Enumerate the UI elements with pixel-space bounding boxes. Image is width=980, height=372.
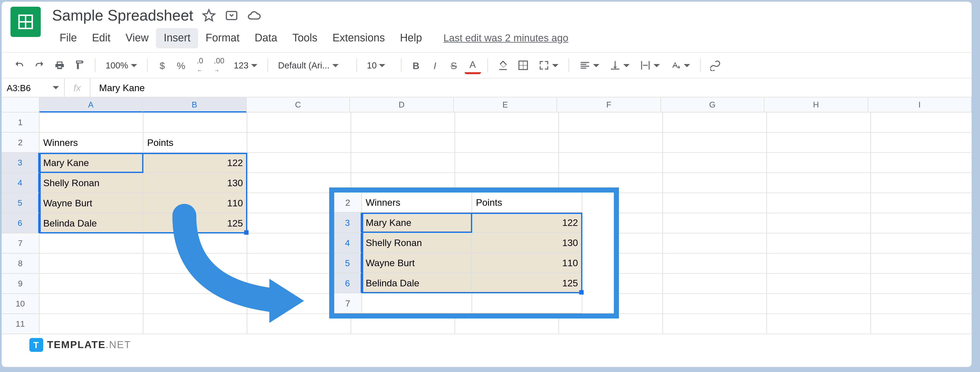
cell-b2[interactable]: Points bbox=[143, 133, 247, 153]
row-header-8[interactable]: 8 bbox=[2, 254, 40, 274]
print-button[interactable] bbox=[51, 56, 68, 74]
callout-cell-a3: Mary Kane bbox=[362, 213, 472, 233]
menu-help[interactable]: Help bbox=[392, 28, 430, 48]
callout-cell-a7 bbox=[362, 293, 472, 313]
name-box[interactable]: A3:B6 bbox=[2, 78, 65, 97]
italic-button[interactable]: I bbox=[427, 56, 443, 74]
row-header-5[interactable]: 5 bbox=[2, 193, 40, 213]
callout-cell-b6: 125 bbox=[472, 273, 582, 293]
menu-format[interactable]: Format bbox=[198, 28, 247, 48]
menu-extensions[interactable]: Extensions bbox=[325, 28, 393, 48]
row-header-1[interactable]: 1 bbox=[2, 113, 40, 133]
col-header-i[interactable]: I bbox=[868, 97, 972, 113]
header: Sample Spreadsheet File Edit View Insert… bbox=[2, 2, 972, 48]
svg-rect-4 bbox=[499, 69, 507, 70]
increase-decimal-button[interactable]: .00→ bbox=[210, 56, 228, 74]
menu-data[interactable]: Data bbox=[247, 28, 285, 48]
document-title[interactable]: Sample Spreadsheet bbox=[52, 7, 193, 24]
row-header-2[interactable]: 2 bbox=[2, 133, 40, 153]
font-size-dropdown[interactable]: 10 bbox=[363, 56, 395, 74]
col-header-e[interactable]: E bbox=[454, 97, 557, 113]
col-header-b[interactable]: B bbox=[143, 97, 247, 113]
cloud-icon[interactable] bbox=[247, 9, 261, 22]
sheets-logo[interactable] bbox=[11, 7, 41, 37]
callout-row-6: 6 bbox=[334, 273, 362, 293]
row-header-3[interactable]: 3 bbox=[2, 153, 40, 173]
row-headers: 1 2 3 4 5 6 7 8 9 10 11 bbox=[2, 113, 40, 334]
number-format-dropdown[interactable]: 123 bbox=[230, 56, 261, 74]
merge-cells-dropdown[interactable] bbox=[535, 56, 562, 74]
callout-cell-a4: Shelly Ronan bbox=[362, 233, 472, 253]
col-header-a[interactable]: A bbox=[39, 97, 143, 113]
callout-panel: 2WinnersPoints 3Mary Kane122 4Shelly Ron… bbox=[329, 188, 619, 318]
fx-icon: fx bbox=[65, 78, 90, 97]
decrease-decimal-button[interactable]: .0← bbox=[192, 56, 208, 74]
watermark: T TEMPLATE.NET bbox=[29, 338, 131, 352]
callout-row-4: 4 bbox=[334, 233, 362, 253]
horizontal-align-dropdown[interactable] bbox=[576, 56, 603, 74]
cell-a4[interactable]: Shelly Ronan bbox=[40, 173, 143, 193]
row-header-9[interactable]: 9 bbox=[2, 274, 40, 294]
paint-format-button[interactable] bbox=[71, 56, 89, 74]
cell-a6[interactable]: Belinda Dale bbox=[40, 213, 143, 234]
currency-button[interactable]: $ bbox=[154, 56, 170, 74]
row-header-10[interactable]: 10 bbox=[2, 294, 40, 314]
font-dropdown[interactable]: Default (Ari... bbox=[274, 56, 350, 74]
template-logo-icon: T bbox=[29, 338, 43, 352]
callout-cell-a5: Wayne Burt bbox=[362, 253, 472, 273]
col-header-h[interactable]: H bbox=[764, 97, 868, 113]
column-headers: A B C D E F G H I bbox=[2, 97, 972, 113]
col-header-c[interactable]: C bbox=[247, 97, 350, 113]
row-header-4[interactable]: 4 bbox=[2, 173, 40, 193]
menu-file[interactable]: File bbox=[52, 28, 84, 48]
col-header-d[interactable]: D bbox=[350, 97, 454, 113]
svg-rect-8 bbox=[641, 61, 642, 70]
cell-b4[interactable]: 130 bbox=[143, 173, 247, 193]
menu-view[interactable]: View bbox=[118, 28, 156, 48]
toolbar: 100% $ % .0← .00→ 123 Default (Ari... 10… bbox=[2, 52, 972, 78]
col-header-f[interactable]: F bbox=[557, 97, 661, 113]
cell-a2[interactable]: Winners bbox=[40, 133, 143, 153]
insert-link-button[interactable] bbox=[707, 56, 725, 74]
redo-button[interactable] bbox=[31, 56, 48, 74]
menu-edit[interactable]: Edit bbox=[84, 28, 118, 48]
last-edit-link[interactable]: Last edit was 2 minutes ago bbox=[443, 33, 568, 44]
title-area: Sample Spreadsheet File Edit View Insert… bbox=[52, 7, 963, 48]
cell-b6[interactable]: 125 bbox=[143, 213, 247, 234]
text-wrap-dropdown[interactable] bbox=[636, 56, 663, 74]
row-header-6[interactable]: 6 bbox=[2, 213, 40, 234]
menu-insert[interactable]: Insert bbox=[156, 28, 198, 48]
text-rotation-dropdown[interactable] bbox=[666, 56, 694, 74]
col-header-g[interactable]: G bbox=[661, 97, 764, 113]
svg-rect-9 bbox=[649, 61, 649, 70]
text-color-button[interactable]: A bbox=[465, 56, 481, 74]
cell-a3[interactable]: Mary Kane bbox=[40, 153, 143, 173]
callout-cell-a2: Winners bbox=[362, 192, 472, 213]
app-frame: Sample Spreadsheet File Edit View Insert… bbox=[2, 2, 972, 367]
callout-cell-b4: 130 bbox=[472, 233, 582, 253]
fill-color-button[interactable] bbox=[494, 56, 512, 74]
move-icon[interactable] bbox=[224, 9, 239, 22]
callout-row-5: 5 bbox=[334, 253, 362, 273]
callout-cell-a6: Belinda Dale bbox=[362, 273, 472, 293]
select-all-corner[interactable] bbox=[2, 97, 39, 113]
formula-bar-row: A3:B6 fx Mary Kane bbox=[2, 78, 972, 97]
cell-b5[interactable]: 110 bbox=[143, 193, 247, 213]
formula-bar-input[interactable]: Mary Kane bbox=[90, 82, 154, 93]
zoom-dropdown[interactable]: 100% bbox=[102, 56, 141, 74]
star-icon[interactable] bbox=[202, 9, 216, 22]
undo-button[interactable] bbox=[11, 56, 28, 74]
cell-a5[interactable]: Wayne Burt bbox=[40, 193, 143, 213]
menu-tools[interactable]: Tools bbox=[285, 28, 325, 48]
vertical-align-dropdown[interactable] bbox=[606, 56, 633, 74]
borders-button[interactable] bbox=[514, 56, 532, 74]
callout-cell-b5: 110 bbox=[472, 253, 582, 273]
cell-b3[interactable]: 122 bbox=[143, 153, 247, 173]
row-header-11[interactable]: 11 bbox=[2, 314, 40, 334]
percent-button[interactable]: % bbox=[173, 56, 189, 74]
callout-cell-b3: 122 bbox=[472, 213, 582, 233]
bold-button[interactable]: B bbox=[408, 56, 424, 74]
menu-bar: File Edit View Insert Format Data Tools … bbox=[52, 28, 963, 48]
strikethrough-button[interactable]: S bbox=[446, 56, 462, 74]
row-header-7[interactable]: 7 bbox=[2, 234, 40, 254]
